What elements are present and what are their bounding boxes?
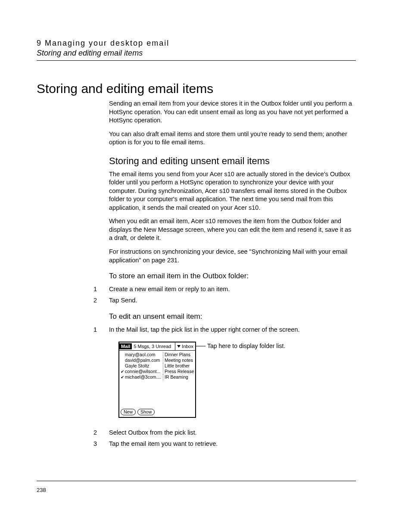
- msg-subject: Little brother: [163, 363, 190, 369]
- message-row[interactable]: ✔ michael@3com.... IR Beaming: [119, 374, 195, 380]
- header-rule: [37, 60, 356, 61]
- step-text: Tap the email item you want to retrieve.: [109, 439, 356, 448]
- step-text: In the Mail list, tap the pick list in t…: [109, 325, 356, 334]
- figure-row: Mail 5 Msgs, 3 Unread Inbox mary@aol.com…: [118, 342, 356, 418]
- step-row: 1 In the Mail list, tap the pick list in…: [93, 325, 356, 334]
- step-row: 2 Select Outbox from the pick list.: [93, 428, 356, 437]
- new-button[interactable]: New: [121, 409, 136, 415]
- check-icon: ✔: [120, 369, 125, 375]
- msg-subject: Press Release: [163, 369, 194, 374]
- body-para: The email items you send from your Acer …: [109, 170, 356, 212]
- section-heading: Storing and editing unsent email items: [109, 155, 356, 168]
- message-row[interactable]: mary@aol.com Dinner Plans: [119, 352, 195, 358]
- message-list: mary@aol.com Dinner Plans david@palm.com…: [119, 351, 195, 408]
- task-heading: To store an email item in the Outbox fol…: [109, 271, 356, 281]
- step-number: 1: [93, 325, 109, 334]
- msg-subject: Dinner Plans: [163, 352, 190, 358]
- task-heading: To edit an unsent email item:: [109, 312, 356, 322]
- dropdown-icon: [177, 345, 181, 348]
- check-icon: ✔: [120, 375, 125, 380]
- device-screenshot: Mail 5 Msgs, 3 Unread Inbox mary@aol.com…: [118, 342, 196, 418]
- callout-text: Tap here to display folder list.: [206, 342, 285, 349]
- intro-para: Sending an email item from your device s…: [109, 100, 356, 125]
- step-row: 2 Tap Send.: [93, 296, 356, 305]
- step-number: 2: [93, 428, 109, 437]
- footer-rule: [37, 481, 356, 481]
- message-row[interactable]: david@palm.com Meeting notes: [119, 358, 195, 363]
- task2-heading-block: To edit an unsent email item:: [109, 312, 356, 322]
- intro-block: Sending an email item from your device s…: [109, 100, 356, 281]
- page-header: 9 Managing your desktop email Storing an…: [37, 39, 356, 61]
- main-heading: Storing and editing email items: [37, 81, 356, 96]
- screenshot-titlebar: Mail 5 Msgs, 3 Unread Inbox: [119, 342, 195, 351]
- step-number: 1: [93, 285, 109, 293]
- msg-subject: IR Beaming: [163, 374, 188, 380]
- step-text: Create a new email item or reply to an i…: [109, 285, 356, 293]
- app-label: Mail: [119, 343, 132, 349]
- page-number: 238: [37, 487, 46, 493]
- body-para: For instructions on synchronizing your d…: [109, 248, 356, 264]
- step-row: 1 Create a new email item or reply to an…: [93, 285, 356, 293]
- callout-leader: [196, 342, 206, 348]
- msg-from: david@palm.com: [125, 358, 163, 363]
- body-para: When you edit an email item, Acer s10 re…: [109, 217, 356, 243]
- folder-label: Inbox: [182, 344, 193, 349]
- msg-from: michael@3com....: [125, 374, 163, 380]
- task2-steps-before: 1 In the Mail list, tap the pick list in…: [93, 325, 356, 334]
- step-text: Select Outbox from the pick list.: [109, 428, 356, 437]
- step-number: 3: [93, 439, 109, 448]
- intro-para: You can also draft email items and store…: [109, 130, 356, 147]
- chapter-title: 9 Managing your desktop email: [37, 39, 356, 48]
- folder-picklist[interactable]: Inbox: [175, 342, 195, 350]
- message-row[interactable]: ✔ connie@wilsont... Press Release: [119, 369, 195, 374]
- status-text: 5 Msgs, 3 Unread: [132, 344, 175, 349]
- section-title-header: Storing and editing email items: [37, 49, 356, 58]
- msg-from: connie@wilsont...: [125, 369, 163, 374]
- message-row[interactable]: Gayle Stoltz Little brother: [119, 363, 195, 369]
- step-text: Tap Send.: [109, 296, 356, 305]
- msg-from: Gayle Stoltz: [125, 363, 163, 369]
- show-button[interactable]: Show: [137, 409, 155, 415]
- step-row: 3 Tap the email item you want to retriev…: [93, 439, 356, 448]
- step-number: 2: [93, 296, 109, 305]
- screenshot-button-bar: New Show: [119, 408, 195, 417]
- msg-from: mary@aol.com: [125, 352, 163, 358]
- task2-steps-after: 2 Select Outbox from the pick list. 3 Ta…: [93, 428, 356, 448]
- msg-subject: Meeting notes: [163, 358, 193, 363]
- task1-steps: 1 Create a new email item or reply to an…: [93, 285, 356, 305]
